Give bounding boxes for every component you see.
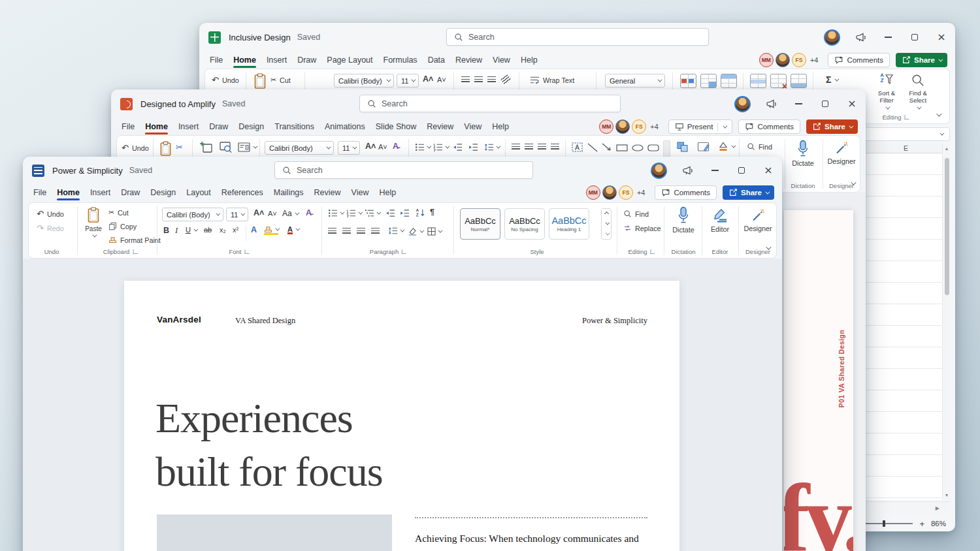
excel-vertical-scrollbar[interactable]: ▲ ▼: [942, 144, 950, 500]
excel-avatar-overflow[interactable]: +4: [810, 56, 819, 64]
ppt-clear-formatting-button[interactable]: A̴: [393, 142, 399, 151]
ppt-shapes-gallery-scroll[interactable]: [663, 140, 670, 157]
excel-avatar-fs[interactable]: FS: [792, 53, 806, 67]
word-tab-design[interactable]: Design: [145, 184, 181, 201]
word-font-size-select[interactable]: 11: [226, 208, 248, 221]
ppt-tab-animations[interactable]: Animations: [319, 118, 370, 135]
excel-avatar-mm[interactable]: MM: [759, 53, 774, 67]
ppt-shrink-font-button[interactable]: A˅: [378, 143, 387, 151]
word-comments-button[interactable]: Comments: [655, 185, 717, 200]
rectangle-shape-icon[interactable]: [616, 144, 628, 151]
ppt-present-button[interactable]: Present: [668, 119, 733, 134]
ppt-align-center-button[interactable]: [525, 144, 533, 150]
excel-grow-font-button[interactable]: A˄: [423, 74, 433, 84]
word-close-button[interactable]: ×: [762, 165, 774, 176]
word-align-right-button[interactable]: [357, 228, 365, 234]
scroll-up-icon[interactable]: ▲: [943, 146, 951, 151]
ppt-tab-home[interactable]: Home: [140, 118, 173, 135]
word-search-input[interactable]: Search: [274, 161, 533, 179]
word-font-name-select[interactable]: Calibri (Body): [162, 208, 223, 221]
dialog-launcher-icon[interactable]: [245, 249, 250, 254]
excel-user-avatar[interactable]: [824, 29, 840, 46]
document-image-placeholder[interactable]: [157, 514, 392, 551]
excel-tab-help[interactable]: Help: [515, 52, 543, 69]
word-font-color-button[interactable]: A: [287, 225, 299, 233]
word-bullets-button[interactable]: [328, 209, 343, 217]
excel-tab-formulas[interactable]: Formulas: [378, 52, 423, 69]
word-document-page[interactable]: VanArsdel VA Shared Design Power & Simpl…: [124, 281, 679, 551]
excel-tab-data[interactable]: Data: [423, 52, 450, 69]
excel-wrap-text-button[interactable]: Wrap Text: [530, 76, 574, 84]
ppt-dictate-button[interactable]: Dictate: [789, 140, 817, 167]
ppt-tab-transitions[interactable]: Transitions: [269, 118, 319, 135]
dialog-launcher-icon[interactable]: [905, 115, 909, 119]
ppt-align-right-button[interactable]: [538, 144, 546, 150]
word-minimize-button[interactable]: [709, 165, 721, 176]
excel-orientation-button[interactable]: [500, 74, 511, 85]
excel-tab-file[interactable]: File: [204, 52, 228, 69]
ppt-tab-draw[interactable]: Draw: [204, 118, 233, 135]
word-align-center-button[interactable]: [342, 228, 351, 234]
ppt-close-button[interactable]: ×: [846, 98, 858, 110]
ppt-justify-button[interactable]: [551, 144, 559, 150]
excel-align-top-button[interactable]: [461, 76, 470, 83]
zoom-in-icon[interactable]: +: [919, 519, 924, 529]
scroll-down-icon[interactable]: ▼: [943, 493, 951, 497]
ppt-share-button[interactable]: Share: [806, 119, 858, 134]
dialog-launcher-icon[interactable]: [651, 249, 655, 254]
word-paste-button[interactable]: Paste: [82, 207, 105, 238]
excel-comments-button[interactable]: Comments: [828, 53, 890, 67]
excel-zoom-level[interactable]: 86%: [931, 520, 946, 527]
word-style-normal[interactable]: AaBbCc Normal*: [460, 208, 500, 240]
word-maximize-button[interactable]: [736, 165, 747, 176]
word-italic-button[interactable]: I: [175, 226, 178, 236]
word-find-button[interactable]: Find: [623, 210, 649, 218]
excel-number-format-select[interactable]: General: [605, 74, 665, 87]
excel-autosum-button[interactable]: Σ: [826, 74, 838, 85]
ppt-avatar-photo[interactable]: [615, 119, 630, 134]
word-tab-mailings[interactable]: Mailings: [269, 184, 309, 201]
excel-share-button[interactable]: Share: [896, 53, 947, 67]
ppt-tab-review[interactable]: Review: [421, 118, 459, 135]
ppt-find-button[interactable]: Find: [747, 142, 772, 151]
excel-avatar-photo[interactable]: [776, 53, 790, 67]
word-change-case-button[interactable]: Aa: [282, 209, 298, 218]
rounded-rectangle-shape-icon[interactable]: [647, 144, 659, 151]
word-indent-decrease-button[interactable]: [385, 209, 395, 217]
excel-format-cells-button[interactable]: [791, 74, 807, 88]
word-highlight-button[interactable]: [264, 225, 278, 234]
ppt-maximize-button[interactable]: [819, 98, 831, 110]
excel-insert-cells-button[interactable]: [750, 74, 766, 88]
word-feedback-button[interactable]: [682, 165, 694, 176]
gallery-up-icon[interactable]: [604, 212, 608, 216]
excel-close-button[interactable]: ×: [936, 31, 947, 43]
word-multilevel-list-button[interactable]: [365, 209, 380, 217]
excel-formula-bar-expand-button[interactable]: [939, 131, 944, 136]
ppt-comments-button[interactable]: Comments: [738, 119, 800, 134]
ppt-tab-view[interactable]: View: [459, 118, 487, 135]
word-avatar-photo[interactable]: [602, 185, 617, 200]
oval-shape-icon[interactable]: [632, 144, 644, 151]
word-bold-button[interactable]: B: [163, 226, 169, 235]
ppt-font-size-select[interactable]: 11: [338, 141, 360, 155]
excel-cell-styles-button[interactable]: [721, 74, 737, 88]
word-tab-draw[interactable]: Draw: [116, 184, 145, 201]
word-borders-button[interactable]: [427, 227, 441, 236]
word-copy-button[interactable]: Copy: [108, 222, 137, 230]
word-avatar-fs[interactable]: FS: [619, 185, 633, 200]
gallery-down-icon[interactable]: [605, 221, 610, 225]
word-superscript-button[interactable]: x²: [233, 226, 238, 234]
excel-vscroll-thumb[interactable]: [945, 158, 949, 295]
excel-sort-filter-button[interactable]: Sort & Filter: [872, 73, 902, 110]
word-styles-gallery-arrows[interactable]: [601, 208, 612, 240]
word-text-effects-button[interactable]: A: [251, 225, 257, 234]
word-undo-button[interactable]: ↶Undo: [37, 209, 64, 219]
ppt-slide[interactable]: P01 VA Shared Design fy.: [784, 210, 853, 551]
excel-paste-button[interactable]: [253, 73, 267, 89]
arrow-shape-icon[interactable]: [602, 143, 612, 152]
excel-column-e-header[interactable]: E: [904, 144, 908, 152]
word-tab-home[interactable]: Home: [52, 184, 85, 201]
word-designer-button[interactable]: Designer: [742, 208, 774, 232]
word-clear-formatting-button[interactable]: A̴: [306, 208, 312, 217]
word-style-heading1[interactable]: AaBbCc Heading 1: [549, 208, 589, 240]
